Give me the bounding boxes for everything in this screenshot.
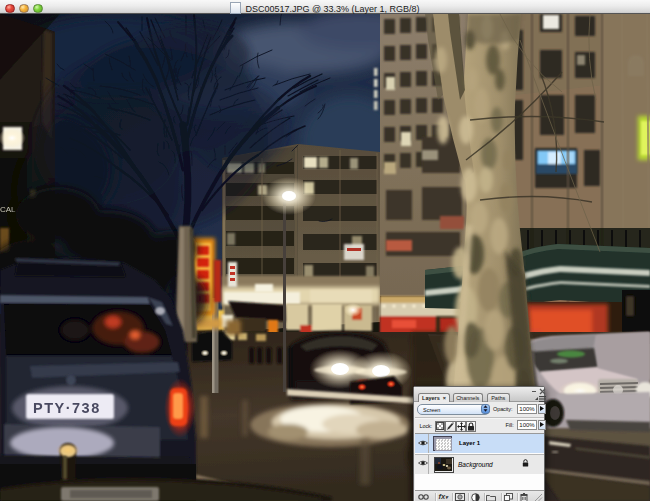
svg-text:PTY·738: PTY·738 xyxy=(33,400,101,416)
svg-text:CAL: CAL xyxy=(0,205,16,214)
